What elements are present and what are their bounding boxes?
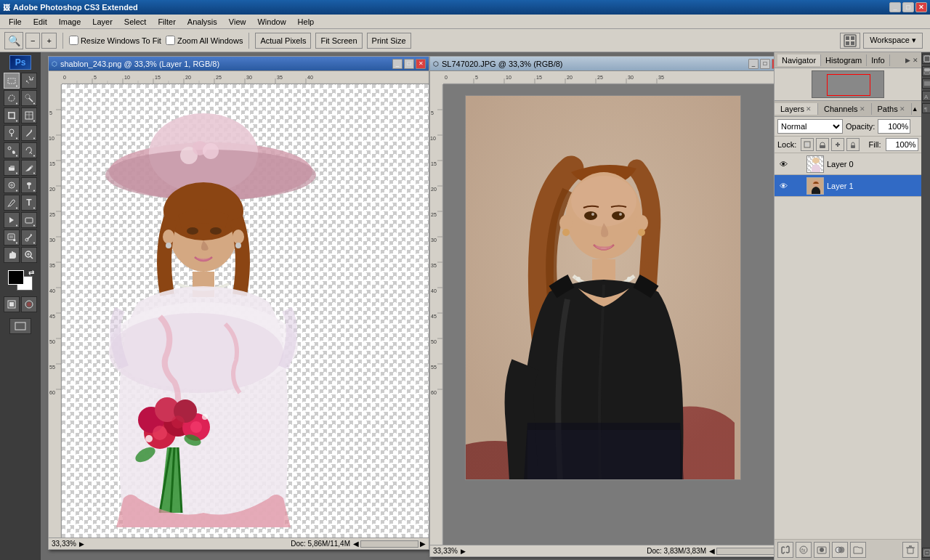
standard-mode-btn[interactable] — [4, 296, 20, 312]
doc2-canvas[interactable] — [443, 84, 774, 545]
menu-help[interactable]: Help — [292, 16, 320, 28]
doc2-scrollbar[interactable] — [716, 548, 774, 555]
zoom-out-btn[interactable]: − — [25, 33, 40, 49]
zoom-all-checkbox[interactable]: Zoom All Windows — [166, 36, 243, 45]
lock-position-btn[interactable] — [831, 138, 844, 151]
menu-window[interactable]: Window — [251, 16, 291, 28]
foreground-color[interactable] — [8, 270, 24, 285]
type-tool-btn[interactable]: T ▼ — [21, 195, 37, 211]
lasso-tool-btn[interactable]: ▼ — [4, 90, 20, 106]
pen-tool-btn[interactable]: ▼ — [4, 195, 20, 211]
rt-btn-bottom[interactable] — [922, 548, 930, 558]
resize-windows-checkbox[interactable]: Resize Windows To Fit — [69, 36, 161, 45]
magic-wand-btn[interactable]: ▼ — [21, 90, 37, 106]
rt-btn-1[interactable] — [922, 54, 930, 64]
menu-image[interactable]: Image — [53, 16, 87, 28]
notes-tool-btn[interactable]: ▼ — [4, 230, 20, 245]
doc2-close[interactable]: ✕ — [772, 59, 774, 69]
tab-layers[interactable]: Layers ✕ — [775, 103, 818, 115]
doc2-maximize[interactable]: □ — [760, 59, 770, 69]
shape-tool-btn[interactable]: ▼ — [21, 212, 37, 228]
paths-tab-close[interactable]: ✕ — [899, 105, 905, 113]
menu-edit[interactable]: Edit — [28, 16, 53, 28]
menu-view[interactable]: View — [223, 16, 252, 28]
blend-mode-select[interactable]: Normal Dissolve Multiply Screen Overlay — [777, 119, 843, 134]
rt-btn-2[interactable] — [922, 66, 930, 76]
doc1-minimize[interactable]: _ — [392, 59, 403, 69]
menu-file[interactable]: File — [3, 16, 28, 28]
fill-input[interactable] — [886, 138, 918, 151]
menu-filter[interactable]: Filter — [152, 16, 181, 28]
history-brush-btn[interactable]: ▼ — [21, 142, 37, 158]
clone-stamp-btn[interactable]: ▼ — [4, 142, 20, 158]
screen-mode-btn[interactable] — [9, 318, 31, 334]
layer-item-1[interactable]: 👁 Layer 1 — [775, 175, 921, 197]
tab-navigator[interactable]: Navigator — [777, 54, 821, 66]
doc2-minimize[interactable]: _ — [748, 59, 759, 69]
marquee-tool-btn[interactable]: ▼ — [4, 73, 20, 89]
nav-panel-menu[interactable]: ▶ — [905, 57, 910, 64]
doc1-maximize[interactable]: □ — [404, 59, 414, 69]
layers-tab-close[interactable]: ✕ — [806, 105, 812, 113]
doc1-close[interactable]: ✕ — [416, 59, 426, 69]
doc2-arrow-left[interactable]: ◀ — [709, 547, 715, 555]
print-size-btn[interactable]: Print Size — [367, 33, 411, 49]
tab-histogram[interactable]: Histogram — [821, 54, 867, 66]
doc1-canvas[interactable] — [62, 84, 429, 537]
layer-item-0[interactable]: 👁 Layer 0 — [775, 153, 921, 175]
actual-pixels-btn[interactable]: Actual Pixels — [255, 33, 311, 49]
tab-paths[interactable]: Paths ✕ — [872, 103, 912, 115]
healing-brush-btn[interactable]: ▼ — [4, 125, 20, 141]
layer-style-btn[interactable]: fx — [796, 542, 812, 558]
eraser-tool-btn[interactable]: ▼ — [4, 160, 20, 176]
dodge-tool-btn[interactable]: ▼ — [21, 177, 37, 193]
layer-link-btn[interactable] — [777, 542, 793, 558]
tab-channels[interactable]: Channels ✕ — [818, 103, 871, 115]
path-select-btn[interactable]: ▼ — [4, 212, 20, 228]
hand-tool-btn[interactable] — [4, 247, 20, 263]
menu-select[interactable]: Select — [118, 16, 153, 28]
workspace-dropdown[interactable]: Workspace ▾ — [863, 33, 923, 49]
doc1-scrollbar[interactable] — [360, 540, 418, 548]
fit-screen-btn[interactable]: Fit Screen — [315, 33, 362, 49]
quick-mask-btn[interactable] — [21, 296, 37, 312]
lock-all-btn[interactable] — [846, 138, 860, 151]
layer-adjustment-btn[interactable] — [832, 542, 848, 558]
rt-btn-3[interactable] — [922, 78, 930, 89]
doc1-arrow-left[interactable]: ◀ — [353, 540, 359, 548]
lock-image-btn[interactable] — [816, 138, 829, 151]
rt-btn-5[interactable]: ¶ — [922, 103, 930, 113]
brush-tool-btn[interactable]: ▼ — [21, 125, 37, 141]
minimize-button[interactable]: _ — [889, 2, 901, 12]
opacity-input[interactable] — [878, 119, 910, 134]
zoom-tool-btn[interactable] — [21, 247, 37, 263]
blur-tool-btn[interactable]: ▼ — [4, 177, 20, 193]
layers-collapse[interactable]: ▲ — [912, 105, 918, 113]
menu-analysis[interactable]: Analysis — [182, 16, 223, 28]
fill-tool-btn[interactable]: ▼ — [21, 160, 37, 176]
slice-tool-btn[interactable]: ▼ — [21, 107, 37, 123]
zoom-tool-options[interactable]: 🔍 — [4, 32, 23, 49]
resize-checkbox-input[interactable] — [69, 36, 78, 45]
maximize-button[interactable]: □ — [902, 2, 914, 12]
nav-panel-close[interactable]: ✕ — [913, 57, 918, 64]
swap-colors[interactable]: ⇄ — [28, 269, 34, 277]
move-tool-btn[interactable]: ↖ — [21, 73, 37, 89]
layer-delete-btn[interactable] — [902, 542, 918, 558]
channels-tab-close[interactable]: ✕ — [860, 105, 865, 113]
doc2-nav-icon[interactable]: ▶ — [461, 548, 466, 555]
layer-mask-btn[interactable] — [814, 542, 830, 558]
zoom-in-btn[interactable]: + — [41, 33, 56, 49]
doc1-arrow-right[interactable]: ▶ — [420, 540, 426, 548]
layer-1-eye[interactable]: 👁 — [777, 180, 789, 192]
close-button[interactable]: ✕ — [915, 2, 927, 12]
menu-layer[interactable]: Layer — [86, 16, 118, 28]
zoom-all-input[interactable] — [166, 36, 175, 45]
layer-folder-btn[interactable] — [850, 542, 866, 558]
tab-info[interactable]: Info — [867, 54, 889, 66]
rt-btn-4[interactable]: A — [922, 91, 930, 101]
doc1-nav-icon[interactable]: ▶ — [79, 540, 84, 548]
eyedropper-tool-btn[interactable]: ▼ — [21, 230, 37, 245]
lock-transparent-btn[interactable] — [801, 138, 814, 151]
crop-tool-btn[interactable]: ▼ — [4, 107, 20, 123]
